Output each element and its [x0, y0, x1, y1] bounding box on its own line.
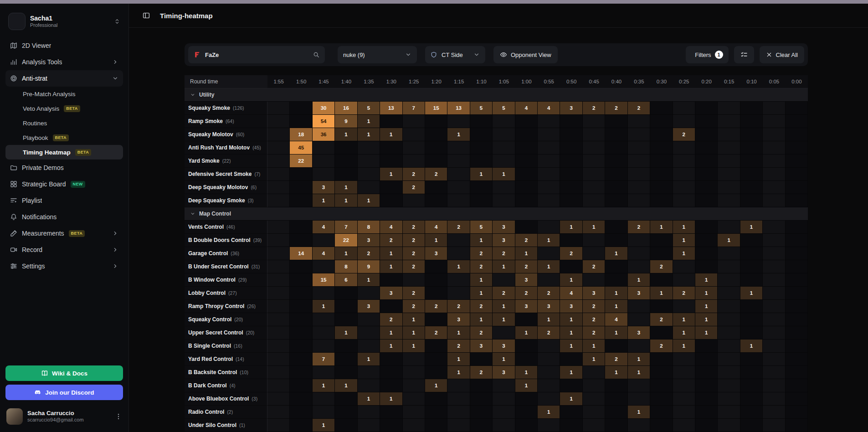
heatmap-cell[interactable]: 1: [538, 260, 560, 273]
team-search-input[interactable]: FaZe: [188, 46, 325, 63]
row-label[interactable]: B Single Control(16): [185, 339, 267, 353]
heatmap-cell[interactable]: 2: [447, 339, 470, 353]
row-label[interactable]: B Under Secret Control(31): [185, 260, 267, 273]
sidebar-item-pre-match-analysis[interactable]: Pre-Match Analysis: [5, 87, 123, 101]
row-label[interactable]: Yard Smoke(22): [185, 154, 267, 168]
heatmap-cell[interactable]: 3: [628, 287, 650, 300]
heatmap-cell[interactable]: 45: [290, 141, 312, 154]
heatmap-cell[interactable]: 2: [583, 313, 605, 326]
heatmap-cell[interactable]: 1: [695, 300, 718, 313]
heatmap-cell[interactable]: 2: [425, 168, 447, 181]
heatmap-cell[interactable]: 2: [583, 260, 605, 273]
heatmap-cell[interactable]: 1: [695, 287, 718, 300]
heatmap-cell[interactable]: 1: [650, 221, 673, 234]
sidebar-item-playbook[interactable]: PlaybookBETA: [5, 130, 123, 145]
discord-button[interactable]: Join our Discord: [5, 385, 123, 400]
heatmap-cell[interactable]: 1: [673, 247, 695, 260]
heatmap-cell[interactable]: 1: [718, 234, 740, 247]
row-label[interactable]: Squeaky Smoke(126): [185, 102, 267, 115]
heatmap-cell[interactable]: 3: [313, 181, 335, 194]
heatmap-cell[interactable]: 4: [313, 247, 335, 260]
heatmap-cell[interactable]: 13: [380, 102, 402, 115]
heatmap-cell[interactable]: 2: [403, 260, 425, 273]
heatmap-cell[interactable]: 4: [538, 102, 560, 115]
heatmap-cell[interactable]: 1: [740, 221, 763, 234]
row-label[interactable]: B Backsite Control(10): [185, 366, 267, 379]
heatmap-cell[interactable]: 1: [560, 313, 582, 326]
heatmap-cell[interactable]: 2: [493, 247, 515, 260]
heatmap-cell[interactable]: 5: [470, 102, 493, 115]
heatmap-cell[interactable]: 4: [560, 287, 582, 300]
heatmap-cell[interactable]: 2: [403, 221, 425, 234]
heatmap-cell[interactable]: 3: [358, 234, 380, 247]
filters-button[interactable]: Filters 1: [686, 46, 728, 63]
row-label[interactable]: Garage Control(36): [185, 247, 267, 260]
row-label[interactable]: Radio Control(2): [185, 406, 267, 419]
heatmap-cell[interactable]: 2: [650, 260, 673, 273]
heatmap-cell[interactable]: 1: [583, 339, 605, 353]
row-label[interactable]: B Double Doors Control(39): [185, 234, 267, 247]
heatmap-cell[interactable]: 1: [380, 168, 402, 181]
heatmap-cell[interactable]: 1: [380, 392, 402, 406]
heatmap-cell[interactable]: 1: [695, 313, 718, 326]
heatmap-cell[interactable]: 2: [447, 300, 470, 313]
heatmap-cell[interactable]: 1: [740, 287, 763, 300]
heatmap-cell[interactable]: 2: [470, 260, 493, 273]
heatmap-cell[interactable]: 2: [470, 247, 493, 260]
heatmap-cell[interactable]: 1: [358, 353, 380, 366]
sidebar-item-measurements[interactable]: MeasurementsBETA: [5, 225, 123, 242]
heatmap-cell[interactable]: 22: [290, 154, 312, 168]
heatmap-cell[interactable]: 2: [470, 300, 493, 313]
heatmap-cell[interactable]: 2: [493, 287, 515, 300]
heatmap-cell[interactable]: 1: [605, 247, 627, 260]
heatmap-cell[interactable]: 1: [673, 234, 695, 247]
heatmap-cell[interactable]: 22: [335, 234, 357, 247]
dots-vertical-icon[interactable]: [115, 413, 122, 420]
heatmap-cell[interactable]: 1: [335, 194, 357, 207]
heatmap-cell[interactable]: 1: [560, 221, 582, 234]
sidebar-item-timing-heatmap[interactable]: Timing HeatmapBETA: [5, 145, 123, 159]
row-label[interactable]: Above Bluebox Control(3): [185, 392, 267, 406]
heatmap-cell[interactable]: 1: [605, 326, 627, 339]
row-label[interactable]: Anti Rush Yard Molotov(45): [185, 141, 267, 154]
heatmap-cell[interactable]: 15: [425, 102, 447, 115]
heatmap-cell[interactable]: 1: [583, 353, 605, 366]
heatmap-cell[interactable]: 30: [313, 102, 335, 115]
heatmap-cell[interactable]: 7: [313, 353, 335, 366]
heatmap-cell[interactable]: 1: [425, 234, 447, 247]
row-label[interactable]: Yard Red Control(14): [185, 353, 267, 366]
heatmap-cell[interactable]: 1: [470, 168, 493, 181]
heatmap-cell[interactable]: 2: [380, 313, 402, 326]
heatmap-cell[interactable]: 16: [335, 102, 357, 115]
heatmap-cell[interactable]: 1: [695, 326, 718, 339]
heatmap-cell[interactable]: 1: [403, 326, 425, 339]
heatmap-cell[interactable]: 1: [560, 273, 582, 287]
heatmap-cell[interactable]: 1: [538, 406, 560, 419]
heatmap-cell[interactable]: 18: [290, 128, 312, 141]
heatmap-cell[interactable]: 2: [538, 326, 560, 339]
row-label[interactable]: Lobby Control(27): [185, 287, 267, 300]
heatmap-cell[interactable]: 1: [695, 273, 718, 287]
sidebar-item-settings[interactable]: Settings: [5, 258, 123, 274]
heatmap-cell[interactable]: 2: [403, 247, 425, 260]
heatmap-cell[interactable]: 2: [583, 102, 605, 115]
clear-all-button[interactable]: Clear All: [760, 46, 804, 63]
heatmap-cell[interactable]: 1: [313, 300, 335, 313]
heatmap-cell[interactable]: 1: [493, 260, 515, 273]
row-label[interactable]: Squeaky Molotov(60): [185, 128, 267, 141]
heatmap-cell[interactable]: 3: [493, 234, 515, 247]
heatmap-cell[interactable]: 4: [605, 313, 627, 326]
sidebar-item-playlist[interactable]: Playlist: [5, 192, 123, 209]
heatmap-cell[interactable]: 1: [628, 366, 650, 379]
sidebar-item-2d-viewer[interactable]: 2D Viewer: [5, 37, 123, 54]
heatmap-cell[interactable]: 1: [538, 234, 560, 247]
heatmap-cell[interactable]: 14: [290, 247, 312, 260]
heatmap-cell[interactable]: 1: [673, 326, 695, 339]
heatmap-cell[interactable]: 1: [425, 379, 447, 392]
row-label[interactable]: B Dark Control(4): [185, 379, 267, 392]
heatmap-cell[interactable]: 3: [470, 339, 493, 353]
heatmap-cell[interactable]: 1: [470, 234, 493, 247]
row-label[interactable]: Deep Squeaky Molotov(6): [185, 181, 267, 194]
heatmap-cell[interactable]: 1: [583, 221, 605, 234]
heatmap-cell[interactable]: 1: [380, 326, 402, 339]
